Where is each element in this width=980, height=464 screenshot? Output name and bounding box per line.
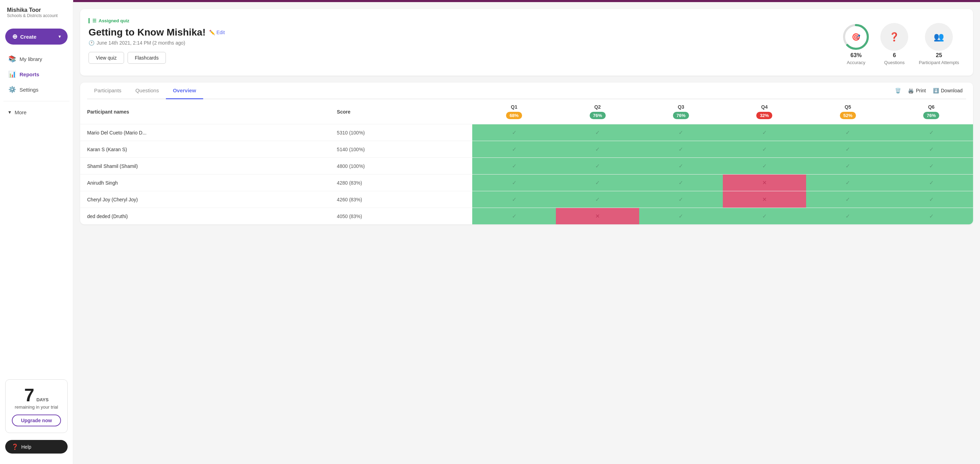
answer-cell-q3: ✓ <box>639 158 722 175</box>
table-row: Cheryl Joy (Cheryl Joy)4260 (83%)✓✓✓✕✓✓ <box>80 191 973 208</box>
upgrade-button[interactable]: Upgrade now <box>12 415 61 426</box>
quiz-date-text: June 14th 2021, 2:14 PM (2 months ago) <box>97 40 185 46</box>
q3-label: Q3 <box>643 104 719 110</box>
sidebar-item-more[interactable]: ▾ More <box>3 106 69 119</box>
user-name: Mishika Toor <box>7 7 66 13</box>
sidebar-item-settings[interactable]: ⚙️ Settings <box>3 82 69 97</box>
participant-name-cell: Karan S (Karan S) <box>80 141 334 158</box>
download-button[interactable]: ⬇️ Download <box>933 88 963 93</box>
attempts-value: 25 <box>936 52 942 59</box>
edit-link[interactable]: ✏️ Edit <box>209 30 225 35</box>
view-quiz-label: View quiz <box>96 55 117 60</box>
trial-days: 7 <box>24 386 35 404</box>
answer-cell-q6: ✓ <box>890 124 973 141</box>
check-icon: ✓ <box>512 146 517 152</box>
check-icon: ✓ <box>512 163 517 169</box>
check-icon: ✓ <box>762 146 767 152</box>
help-button[interactable]: ❓ Help <box>5 440 68 454</box>
trial-days-label: DAYS <box>36 397 48 402</box>
table-row: ded deded (Druthi)4050 (83%)✓✕✓✓✓✓ <box>80 208 973 225</box>
flashcards-button[interactable]: Flashcards <box>127 52 166 64</box>
cross-icon: ✕ <box>762 180 767 186</box>
check-icon: ✓ <box>929 146 934 152</box>
table-header-row: Participant names Score Q1 68% Q2 76% <box>80 99 973 124</box>
answer-cell-q1: ✓ <box>472 124 555 141</box>
flashcards-label: Flashcards <box>135 55 159 60</box>
check-icon: ✓ <box>845 213 850 219</box>
answer-cell-q2: ✓ <box>556 158 639 175</box>
q4-badge: 32% <box>756 112 772 119</box>
q5-badge: 52% <box>840 112 856 119</box>
sidebar-nav: 📚 My library 📊 Reports ⚙️ Settings ▾ Mor… <box>0 52 73 119</box>
tab-participants[interactable]: Participants <box>87 83 128 99</box>
q6-label: Q6 <box>893 104 970 110</box>
score-cell: 5310 (100%) <box>334 124 473 141</box>
check-icon: ✓ <box>762 163 767 169</box>
col-q3-header: Q3 76% <box>639 99 722 124</box>
trash-icon: 🗑️ <box>895 88 901 93</box>
q1-badge: 68% <box>506 112 522 119</box>
tab-overview[interactable]: Overview <box>166 83 203 99</box>
edit-label: Edit <box>216 30 225 35</box>
chevron-down-icon: ▾ <box>8 109 11 115</box>
tabs-section: Participants Questions Overview 🗑️ 🖨️ <box>80 83 973 99</box>
answer-cell-q5: ✓ <box>806 208 889 225</box>
check-icon: ✓ <box>512 130 517 135</box>
quiz-card: ☰ Assigned quiz Getting to Know Mishika!… <box>80 9 973 76</box>
help-label: Help <box>21 444 31 450</box>
answer-cell-q5: ✓ <box>806 158 889 175</box>
answer-cell-q6: ✓ <box>890 191 973 208</box>
download-label: Download <box>941 88 963 93</box>
cross-icon: ✕ <box>595 213 600 219</box>
check-icon: ✓ <box>679 213 683 219</box>
print-button[interactable]: 🖨️ Print <box>908 88 926 93</box>
sidebar-item-my-library[interactable]: 📚 My library <box>3 52 69 66</box>
check-icon: ✓ <box>845 130 850 135</box>
trial-remaining-text: remaining in your trial <box>12 404 61 410</box>
q3-badge: 76% <box>673 112 689 119</box>
answer-cell-q2: ✓ <box>556 124 639 141</box>
col-q1-header: Q1 68% <box>472 99 555 124</box>
score-cell: 4800 (100%) <box>334 158 473 175</box>
participant-name-cell: Mario Del Cueto (Mario D... <box>80 124 334 141</box>
stat-accuracy: 🎯 63% Accuracy <box>842 23 870 65</box>
table-row: Anirudh Singh4280 (83%)✓✓✓✕✓✓ <box>80 175 973 191</box>
table-container: Participants Questions Overview 🗑️ 🖨️ <box>80 83 973 224</box>
answer-cell-q5: ✓ <box>806 124 889 141</box>
answer-cell-q4: ✓ <box>723 208 806 225</box>
check-icon: ✓ <box>595 180 600 186</box>
sidebar-item-label: Settings <box>19 87 38 93</box>
sidebar-item-label: Reports <box>19 72 40 77</box>
accuracy-icon: 🎯 <box>852 33 861 41</box>
accuracy-label: Accuracy <box>847 60 865 65</box>
create-button[interactable]: ⊕ Create ▾ <box>5 29 68 44</box>
col-q5-header: Q5 52% <box>806 99 889 124</box>
check-icon: ✓ <box>929 130 934 135</box>
check-icon: ✓ <box>845 163 850 169</box>
answer-cell-q1: ✓ <box>472 191 555 208</box>
check-icon: ✓ <box>512 180 517 186</box>
answer-cell-q6: ✓ <box>890 175 973 191</box>
download-icon: ⬇️ <box>933 88 939 93</box>
content-area: ☰ Assigned quiz Getting to Know Mishika!… <box>73 2 980 464</box>
answer-cell-q4: ✕ <box>723 191 806 208</box>
answer-cell-q4: ✓ <box>723 124 806 141</box>
view-quiz-button[interactable]: View quiz <box>89 52 124 64</box>
q2-badge: 76% <box>590 112 606 119</box>
check-icon: ✓ <box>595 130 600 135</box>
check-icon: ✓ <box>595 163 600 169</box>
cross-icon: ✕ <box>762 197 767 202</box>
tab-questions[interactable]: Questions <box>128 83 166 99</box>
attempts-circle: 👥 <box>925 23 953 51</box>
answer-cell-q6: ✓ <box>890 141 973 158</box>
sidebar-item-reports[interactable]: 📊 Reports <box>3 67 69 81</box>
q2-label: Q2 <box>559 104 636 110</box>
accuracy-value: 🎯 <box>842 23 870 51</box>
quiz-date: 🕐 June 14th 2021, 2:14 PM (2 months ago) <box>89 40 965 46</box>
stat-attempts: 👥 25 Participant Attempts <box>919 23 959 65</box>
check-icon: ✓ <box>679 130 683 135</box>
delete-button[interactable]: 🗑️ <box>895 88 901 93</box>
answer-cell-q6: ✓ <box>890 158 973 175</box>
check-icon: ✓ <box>679 163 683 169</box>
score-cell: 4050 (83%) <box>334 208 473 225</box>
